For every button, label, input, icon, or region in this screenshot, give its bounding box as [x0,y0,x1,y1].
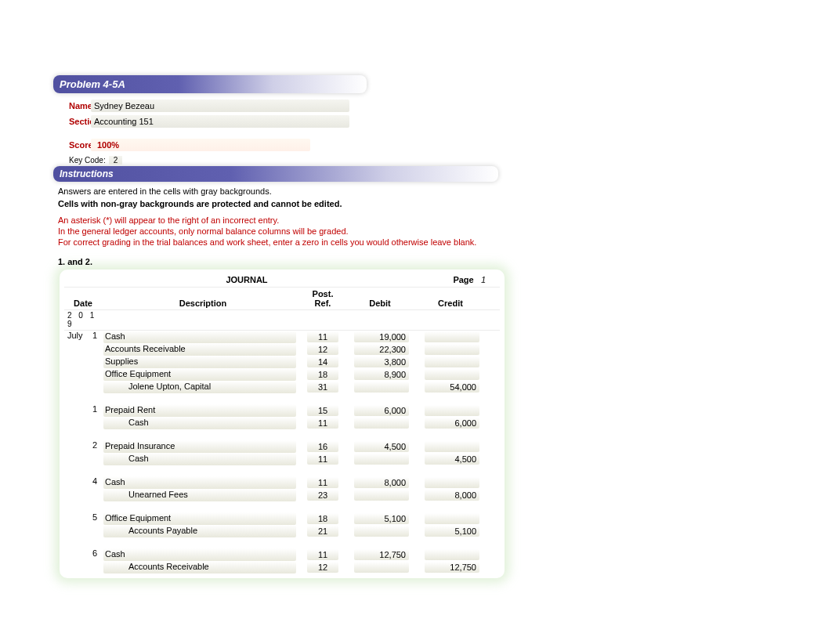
entry-credit[interactable] [425,356,479,367]
entry-debit-cell: 5,100 [345,512,415,525]
entry-debit[interactable]: 12,750 [354,549,409,560]
entry-description[interactable]: Cash [103,331,296,343]
journal-entry-row: Cash114,500 [64,453,500,465]
entry-desc-cell: Supplies [102,356,301,368]
section-input[interactable]: Accounting 151 [91,115,349,128]
entry-credit[interactable] [425,344,479,355]
entry-post-ref[interactable]: 23 [307,490,338,501]
entry-post-ref[interactable]: 14 [307,356,338,367]
journal-body: July1Cash1119,000Accounts Receivable1222… [64,331,500,573]
entry-credit[interactable]: 5,100 [425,526,479,537]
entry-credit[interactable] [425,331,479,342]
name-row: Name: Sydney Bezeau [53,98,500,114]
entry-post-ref[interactable]: 12 [307,344,338,355]
entry-credit[interactable] [425,441,479,452]
entry-desc-cell: Cash [102,476,301,489]
entry-credit[interactable] [425,513,479,524]
entry-description[interactable]: Cash [103,417,296,429]
entry-credit[interactable] [425,369,479,380]
entry-debit-cell [345,489,415,501]
journal-entry-row: 1Prepaid Rent156,000 [64,404,500,417]
entry-debit[interactable] [354,382,409,393]
entry-day [86,525,102,537]
page-label: Page [453,275,473,284]
entry-credit[interactable]: 54,000 [425,382,479,393]
entry-debit[interactable]: 5,100 [354,513,409,524]
entry-description[interactable]: Jolene Upton, Capital [103,381,296,393]
entry-post-ref[interactable]: 11 [307,454,338,465]
entry-description[interactable]: Cash [103,453,296,465]
entry-post-ref[interactable]: 12 [307,562,338,573]
col-debit: Debit [345,298,415,308]
entry-credit[interactable]: 12,750 [425,562,479,573]
name-input[interactable]: Sydney Bezeau [91,99,349,112]
entry-post-ref[interactable]: 15 [307,405,338,416]
entry-description[interactable]: Cash [103,476,296,489]
entry-credit[interactable]: 4,500 [425,454,479,465]
entry-post-ref[interactable]: 11 [307,549,338,560]
entry-credit[interactable]: 8,000 [425,490,479,501]
entry-post-ref[interactable]: 11 [307,418,338,429]
journal-area: JOURNAL Page 1 Date Description Post. Re… [64,273,500,573]
entry-debit[interactable] [354,454,409,465]
entry-month [64,561,86,573]
entry-post-ref[interactable]: 11 [307,477,338,488]
entry-description[interactable]: Supplies [103,356,296,368]
entry-month [64,548,86,561]
entry-day: 2 [86,440,102,453]
entry-debit[interactable]: 4,500 [354,441,409,452]
entry-description[interactable]: Accounts Receivable [103,343,296,356]
entry-day [86,489,102,501]
entry-post-ref[interactable]: 11 [307,331,338,342]
problem-title: Problem 4-5A [60,78,125,90]
entry-debit[interactable] [354,418,409,429]
entry-debit[interactable]: 8,000 [354,477,409,488]
entry-day: 4 [86,476,102,489]
entry-description[interactable]: Office Equipment [103,368,296,381]
entry-ref-cell: 11 [301,417,345,429]
entry-ref-cell: 15 [301,404,345,417]
entry-post-ref[interactable]: 21 [307,526,338,537]
entry-post-ref[interactable]: 18 [307,513,338,524]
entry-credit-cell [415,343,486,356]
entry-description[interactable]: Cash [103,548,296,561]
entry-ref-cell: 18 [301,368,345,381]
inst-line2: Cells with non-gray backgrounds are prot… [58,197,494,210]
entry-credit[interactable]: 6,000 [425,418,479,429]
keycode-input[interactable]: 2 [109,156,123,165]
entry-credit[interactable] [425,477,479,488]
entry-description[interactable]: Office Equipment [103,512,296,525]
inst-line4: In the general ledger accounts, only nor… [58,226,494,237]
entry-post-ref[interactable]: 16 [307,441,338,452]
journal-entry-row: 2Prepaid Insurance164,500 [64,440,500,453]
col-desc: Description [102,298,301,308]
entry-debit-cell [345,561,415,573]
entry-credit-cell [415,368,486,381]
entry-debit[interactable]: 8,900 [354,369,409,380]
entry-description[interactable]: Unearned Fees [103,489,296,501]
entry-ref-cell: 11 [301,476,345,489]
journal-title: JOURNAL [64,275,429,284]
entry-credit[interactable] [425,405,479,416]
entry-debit[interactable]: 3,800 [354,356,409,367]
entry-debit[interactable] [354,526,409,537]
entry-description[interactable]: Prepaid Insurance [103,440,296,453]
entry-credit[interactable] [425,549,479,560]
inst-line3: An asterisk (*) will appear to the right… [58,215,494,226]
entry-debit-cell: 22,300 [345,343,415,356]
entry-month [64,343,86,356]
entry-description[interactable]: Accounts Payable [103,525,296,537]
entry-debit[interactable]: 19,000 [354,331,409,342]
col-post: Post. [301,289,345,298]
entry-credit-cell [415,548,486,561]
entry-debit[interactable] [354,562,409,573]
entry-description[interactable]: Accounts Receivable [103,561,296,573]
entry-description[interactable]: Prepaid Rent [103,404,296,417]
entry-debit[interactable] [354,490,409,501]
col-ref: Post. Ref. [301,289,345,308]
entry-post-ref[interactable]: 18 [307,369,338,380]
entry-debit[interactable]: 22,300 [354,344,409,355]
entry-debit[interactable]: 6,000 [354,405,409,416]
entry-ref-cell: 11 [301,331,345,343]
entry-post-ref[interactable]: 31 [307,382,338,393]
